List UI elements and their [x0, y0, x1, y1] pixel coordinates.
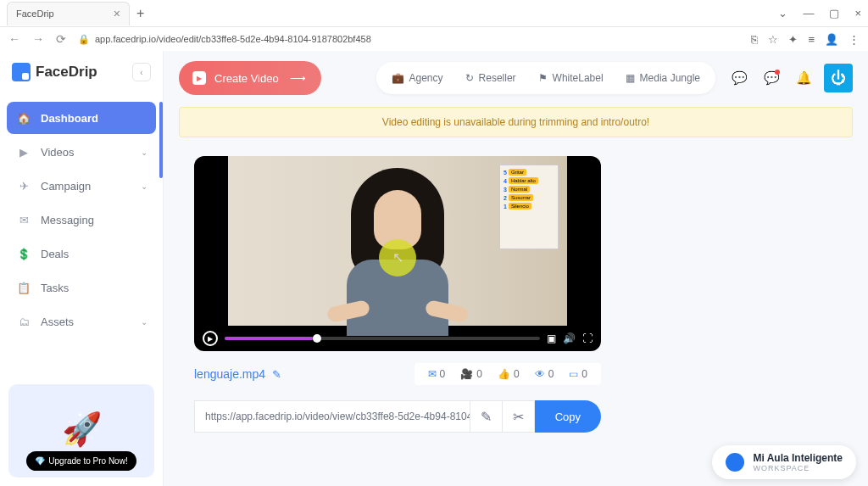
logo-mark-icon: [12, 63, 31, 81]
folder-icon: 🗂: [15, 313, 32, 330]
sidebar-item-label: Deals: [41, 248, 69, 260]
scrollbar[interactable]: [159, 102, 163, 178]
progress-thumb[interactable]: [313, 334, 321, 343]
cursor-highlight: ↖: [379, 239, 416, 277]
chevron-down-icon[interactable]: ⌄: [778, 7, 787, 20]
upgrade-label: Upgrade to Pro Now!: [48, 456, 127, 466]
upgrade-promo: 🚀 💎 Upgrade to Pro Now!: [8, 384, 154, 478]
workspace-sub: WORKSPACE: [753, 464, 843, 472]
alert-text: Video editing is unavailable during trim…: [382, 116, 649, 128]
classroom-poster: 5Gritar 4Hablar alto 3Normal 2Susurrar 1…: [499, 165, 559, 249]
url-text: app.facedrip.io/video/edit/cb33ffe8-5d2e…: [95, 34, 371, 44]
sidebar-item-label: Assets: [41, 316, 74, 328]
sidebar-item-label: Messaging: [41, 214, 94, 226]
dollar-icon: 💲: [15, 245, 32, 262]
clipboard-icon: 📋: [15, 279, 32, 296]
warning-alert: Video editing is unavailable during trim…: [179, 107, 853, 137]
list-icon[interactable]: ≡: [808, 33, 815, 46]
sidebar-item-label: Videos: [41, 146, 75, 159]
close-window-icon[interactable]: ×: [854, 7, 861, 20]
thumb-icon: 👍: [498, 368, 510, 380]
copy-label: Copy: [555, 411, 581, 423]
inbox-icon[interactable]: 💬: [760, 66, 783, 90]
avatar[interactable]: 👤: [825, 33, 838, 46]
mode-whitelabel[interactable]: ⚑WhiteLabel: [530, 67, 612, 89]
arrow-right-icon: ⟶: [290, 72, 306, 85]
tab-icon: ▭: [569, 368, 578, 380]
logo[interactable]: FaceDrip: [12, 63, 97, 81]
sidebar-item-campaign[interactable]: ✈ Campaign ⌄: [7, 170, 156, 202]
new-tab-icon[interactable]: +: [136, 6, 144, 21]
close-icon[interactable]: ×: [114, 7, 120, 20]
sidebar-item-label: Dashboard: [41, 112, 98, 125]
edit-url-button[interactable]: ✎: [470, 400, 503, 433]
lock-icon: 🔒: [78, 34, 90, 45]
create-video-button[interactable]: ▶ Create Video ⟶: [179, 61, 321, 95]
rocket-icon: 🚀: [62, 411, 102, 448]
sidebar-item-assets[interactable]: 🗂 Assets ⌄: [7, 305, 156, 338]
scissors-button[interactable]: ✂: [503, 400, 535, 433]
sidebar-item-label: Campaign: [41, 180, 91, 193]
create-label: Create Video: [214, 72, 279, 85]
video-player[interactable]: 5Gritar 4Hablar alto 3Normal 2Susurrar 1…: [194, 156, 601, 351]
forward-icon[interactable]: →: [32, 32, 44, 46]
copy-button[interactable]: Copy: [535, 400, 601, 433]
play-icon: ▶: [192, 71, 206, 85]
minimize-icon[interactable]: —: [803, 7, 814, 20]
cursor-icon: ↖: [392, 249, 403, 265]
mode-mediajungle[interactable]: ▦Media Jungle: [617, 67, 709, 89]
chevron-down-icon: ⌄: [141, 148, 147, 157]
volume-icon[interactable]: 🔊: [563, 332, 576, 344]
url-bar[interactable]: 🔒 app.facedrip.io/video/edit/cb33ffe8-5d…: [78, 34, 739, 45]
eye-icon: 👁: [535, 368, 545, 380]
menu-icon[interactable]: ⋮: [849, 33, 860, 46]
share-url-input[interactable]: https://app.facedrip.io/video/view/cb33f…: [194, 400, 470, 433]
power-button[interactable]: ⏻: [824, 64, 853, 92]
progress-bar[interactable]: [225, 337, 540, 340]
sidebar-item-deals[interactable]: 💲 Deals: [7, 237, 156, 270]
browser-tab[interactable]: FaceDrip ×: [7, 2, 130, 25]
chevron-down-icon: ⌄: [141, 182, 147, 191]
play-button[interactable]: ▶: [203, 331, 218, 346]
collapse-sidebar-button[interactable]: ‹: [132, 63, 151, 81]
maximize-icon[interactable]: ▢: [829, 7, 839, 20]
mode-agency[interactable]: 💼Agency: [383, 67, 452, 89]
reload-icon[interactable]: ⟳: [56, 32, 66, 46]
bell-icon[interactable]: 🔔: [792, 66, 815, 90]
mail-icon: ✉: [428, 368, 437, 380]
browser-nav-bar: ← → ⟳ 🔒 app.facedrip.io/video/edit/cb33f…: [0, 27, 868, 51]
sidebar-item-dashboard[interactable]: 🏠 Dashboard: [7, 102, 156, 134]
pip-icon[interactable]: ▣: [547, 332, 556, 344]
briefcase-icon: 💼: [392, 72, 404, 84]
file-name: lenguaje.mp4: [194, 367, 265, 381]
sidebar-item-label: Tasks: [41, 282, 69, 294]
share-icon[interactable]: ⎘: [751, 33, 758, 46]
workspace-switcher[interactable]: Mi Aula Inteligente WORKSPACE: [712, 445, 856, 479]
sidebar-item-tasks[interactable]: 📋 Tasks: [7, 271, 156, 304]
sidebar-item-videos[interactable]: ▶ Videos ⌄: [7, 136, 156, 168]
chat-icon[interactable]: 💬: [727, 66, 751, 90]
sidebar: FaceDrip ‹ 🏠 Dashboard ▶ Videos ⌄ ✈ Camp…: [0, 51, 164, 486]
browser-tab-bar: FaceDrip × + ⌄ — ▢ ×: [0, 0, 868, 27]
media-icon: ▦: [626, 72, 635, 84]
extension-icon[interactable]: ✦: [788, 33, 798, 46]
fullscreen-icon[interactable]: ⛶: [582, 332, 593, 344]
tab-title: FaceDrip: [16, 8, 54, 19]
edit-name-icon[interactable]: ✎: [272, 368, 281, 381]
sidebar-item-messaging[interactable]: ✉ Messaging: [7, 204, 156, 236]
main-content: ▶ Create Video ⟶ 💼Agency ↻Reseller ⚑Whit…: [164, 51, 868, 486]
refresh-icon: ↻: [465, 72, 474, 84]
video-stats: ✉0 🎥0 👍0 👁0 ▭0: [415, 363, 601, 385]
home-icon: 🏠: [15, 109, 32, 126]
upgrade-button[interactable]: 💎 Upgrade to Pro Now!: [26, 451, 136, 471]
mode-reseller[interactable]: ↻Reseller: [457, 67, 525, 89]
back-icon[interactable]: ←: [8, 32, 20, 46]
player-controls: ▶ ▣ 🔊 ⛶: [194, 326, 601, 351]
star-icon[interactable]: ☆: [768, 33, 778, 46]
camera-icon: 🎥: [460, 368, 473, 380]
send-icon: ✈: [15, 177, 32, 194]
gem-icon: 💎: [35, 456, 45, 466]
flag-icon: ⚑: [538, 72, 548, 84]
mail-icon: ✉: [15, 211, 32, 228]
app-name: FaceDrip: [36, 64, 97, 81]
